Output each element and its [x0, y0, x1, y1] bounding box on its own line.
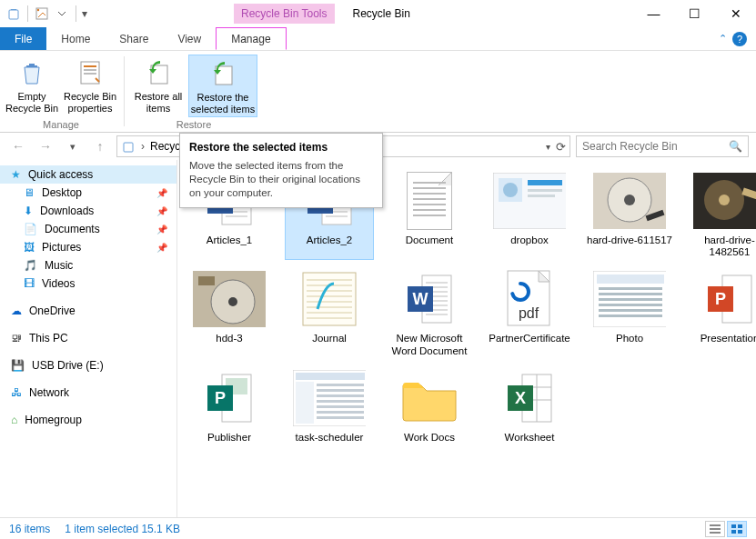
file-item[interactable]: task-scheduler — [285, 364, 374, 445]
file-item[interactable]: hard-drive-1482561 — [685, 167, 756, 260]
music-icon: 🎵 — [24, 259, 37, 272]
file-thumb: W — [393, 267, 466, 331]
search-input[interactable]: Search Recycle Bin 🔍 — [576, 135, 749, 157]
pictures-icon: 🖼 — [24, 241, 35, 254]
empty-recycle-bin-button[interactable]: Empty Recycle Bin — [4, 55, 60, 117]
svg-rect-94 — [317, 405, 364, 408]
sidebar-item-pictures[interactable]: 🖼 Pictures 📌 — [0, 238, 176, 256]
ribbon-group-restore: Restore — [130, 117, 257, 132]
svg-rect-103 — [710, 524, 721, 526]
file-label: task-scheduler — [296, 432, 364, 444]
svg-rect-92 — [317, 394, 364, 397]
file-item[interactable]: WNew Microsoft Word Document — [385, 265, 474, 358]
restore-selected-icon — [208, 59, 237, 88]
sidebar-item-usb[interactable]: 💾 USB Drive (E:) — [0, 356, 176, 374]
file-thumb — [293, 267, 366, 331]
sidebar-item-this-pc[interactable]: 🖳 This PC — [0, 329, 176, 347]
help-icon[interactable]: ? — [732, 32, 747, 46]
star-icon: ★ — [11, 168, 21, 181]
ribbon-collapse-icon[interactable]: ⌃ — [719, 33, 727, 45]
sidebar-item-videos[interactable]: 🎞 Videos — [0, 274, 176, 293]
titlebar: ▾ Recycle Bin Tools Recycle Bin — ☐ ✕ — [0, 0, 756, 27]
file-label: Worksheet — [505, 432, 555, 444]
pin-icon: 📌 — [156, 243, 167, 253]
file-item[interactable]: XWorksheet — [485, 364, 574, 445]
ribbon-btn-label: Restore the selected items — [189, 92, 257, 115]
large-icons-view-button[interactable] — [727, 521, 747, 537]
refresh-icon[interactable]: ⟳ — [556, 140, 566, 154]
restore-selected-button[interactable]: Restore the selected items — [188, 55, 257, 117]
svg-rect-109 — [738, 530, 742, 534]
videos-icon: 🎞 — [24, 277, 35, 290]
svg-rect-89 — [296, 382, 314, 424]
file-thumb — [593, 169, 666, 233]
sidebar-item-documents[interactable]: 📄 Documents 📌 — [0, 220, 176, 238]
tab-home[interactable]: Home — [46, 27, 105, 50]
file-item[interactable]: pdfPartnerCertificate — [485, 265, 574, 358]
file-item[interactable]: hdd-3 — [185, 265, 274, 358]
sidebar-item-label: Downloads — [40, 205, 94, 217]
svg-rect-93 — [317, 400, 364, 403]
forward-button[interactable]: → — [35, 135, 56, 157]
tab-view[interactable]: View — [163, 27, 216, 50]
sidebar-item-label: Pictures — [42, 241, 81, 254]
properties-qat-icon[interactable] — [34, 5, 50, 22]
file-label: hard-drive-1482561 — [687, 235, 756, 258]
ribbon-btn-label: Recycle Bin properties — [62, 91, 118, 114]
svg-text:P: P — [215, 389, 226, 407]
svg-text:W: W — [413, 290, 428, 308]
file-item[interactable]: Journal — [285, 265, 374, 358]
file-item[interactable]: Work Docs — [385, 364, 474, 445]
svg-rect-95 — [317, 411, 364, 414]
empty-bin-icon — [17, 58, 46, 87]
search-icon: 🔍 — [729, 140, 742, 153]
recycle-bin-properties-button[interactable]: Recycle Bin properties — [62, 55, 118, 117]
sidebar-item-quick-access[interactable]: ★ Quick access — [0, 165, 176, 184]
svg-rect-108 — [731, 530, 736, 534]
file-label: hard-drive-611517 — [587, 235, 672, 246]
up-button[interactable]: ↑ — [89, 135, 111, 157]
file-label: Journal — [312, 333, 347, 344]
tab-file[interactable]: File — [0, 27, 46, 50]
status-item-count: 16 items — [9, 523, 50, 535]
file-item[interactable]: Document — [385, 167, 474, 260]
details-view-button[interactable] — [705, 521, 725, 537]
sidebar-item-onedrive[interactable]: ☁ OneDrive — [0, 302, 176, 320]
sidebar-item-desktop[interactable]: 🖥 Desktop 📌 — [0, 184, 176, 202]
file-item[interactable]: dropbox — [485, 167, 574, 260]
restore-all-icon — [144, 58, 173, 87]
navigation-pane: ★ Quick access 🖥 Desktop 📌 ⬇ Downloads 📌… — [0, 160, 177, 517]
file-list[interactable]: WArticles_1WArticles_2Documentdropboxhar… — [177, 160, 756, 517]
minimize-button[interactable]: — — [633, 0, 674, 27]
file-item[interactable]: hard-drive-611517 — [585, 167, 674, 260]
contextual-tab-label: Recycle Bin Tools — [234, 4, 335, 24]
pin-icon: 📌 — [156, 225, 167, 235]
desktop-icon: 🖥 — [24, 186, 35, 199]
file-item[interactable]: PPublisher — [185, 364, 274, 445]
restore-all-button[interactable]: Restore all items — [130, 55, 186, 117]
file-item[interactable]: PPresentation — [685, 265, 756, 358]
sidebar-item-network[interactable]: 🖧 Network — [0, 384, 176, 402]
maximize-button[interactable]: ☐ — [674, 0, 715, 27]
svg-text:P: P — [715, 290, 726, 308]
ribbon-tabs: File Home Share View Manage ⌃ ? — [0, 27, 756, 51]
sidebar-item-homegroup[interactable]: ⌂ Homegroup — [0, 411, 176, 429]
svg-rect-4 — [84, 65, 96, 67]
sidebar-item-label: USB Drive (E:) — [32, 359, 104, 372]
svg-point-34 — [503, 183, 518, 197]
file-label: PartnerCertificate — [489, 333, 570, 344]
back-button[interactable]: ← — [7, 135, 29, 157]
recent-locations-button[interactable]: ▾ — [62, 135, 84, 157]
svg-rect-36 — [528, 189, 562, 192]
qat-dropdown-icon[interactable] — [54, 5, 70, 22]
recycle-bin-crumb-icon — [121, 139, 136, 154]
file-item[interactable]: Photo — [585, 265, 674, 358]
file-thumb — [593, 267, 666, 331]
pin-icon: 📌 — [156, 206, 167, 216]
sidebar-item-music[interactable]: 🎵 Music — [0, 256, 176, 274]
tab-share[interactable]: Share — [105, 27, 163, 50]
sidebar-item-downloads[interactable]: ⬇ Downloads 📌 — [0, 202, 176, 220]
close-button[interactable]: ✕ — [715, 0, 756, 27]
sidebar-item-label: Documents — [45, 223, 100, 235]
tab-manage[interactable]: Manage — [216, 27, 286, 50]
